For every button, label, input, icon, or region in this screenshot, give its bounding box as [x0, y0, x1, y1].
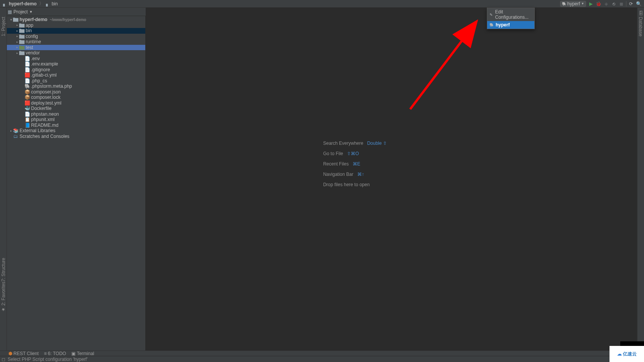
- update-project-button[interactable]: ⟳: [628, 1, 634, 7]
- structure-tool-tab[interactable]: 7: Structure: [1, 258, 6, 282]
- folder-icon: ▖: [46, 1, 49, 7]
- editor-welcome-hints: Search Everywhere Double ⇧ Go to File ⇧⌘…: [323, 141, 387, 187]
- expand-arrow-icon[interactable]: ▸: [9, 129, 13, 133]
- library-icon: 📚: [13, 128, 18, 133]
- folder-icon: [19, 39, 25, 44]
- tree-scratches[interactable]: ▸🗂Scratches and Consoles: [7, 134, 145, 139]
- tree-file-dockerfile[interactable]: ▸🐳Dockerfile: [7, 106, 145, 111]
- terminal-tab[interactable]: ▣Terminal: [71, 351, 94, 356]
- tree-folder-test[interactable]: ▸test: [7, 45, 145, 51]
- expand-arrow-icon[interactable]: ▸: [15, 46, 19, 49]
- tree-root-path: ~/www/hyperf-demo: [50, 18, 86, 22]
- top-toolbar-right: 🐘 hyperf ▼ ▶ 🐞 ◈ ⎋ ◼ ⟳ 🔍: [560, 1, 644, 7]
- separator: [626, 1, 626, 7]
- tool-windows-icon[interactable]: ◻: [2, 357, 5, 362]
- tree-file-gitlab-ci[interactable]: ▸🟥.gitlab-ci.yml: [7, 72, 145, 78]
- right-tool-gutter: 🗄 Database: [637, 8, 644, 351]
- rest-client-tab[interactable]: ⬢REST Client: [8, 351, 39, 356]
- php-icon: 🐘: [490, 23, 494, 27]
- project-tree-panel: ▾ hyperf-demo ~/www/hyperf-demo ▸app ▸bi…: [7, 16, 146, 351]
- hint-drop-files: Drop files here to open: [323, 182, 387, 187]
- tree-file-deploy-test[interactable]: ▸🟥deploy.test.yml: [7, 100, 145, 106]
- stop-button[interactable]: ◼: [618, 1, 624, 7]
- folder-icon: [19, 28, 25, 33]
- expand-arrow-icon[interactable]: ▸: [15, 29, 19, 33]
- search-everywhere-button[interactable]: 🔍: [636, 1, 642, 7]
- chevron-down-icon: ▼: [581, 2, 584, 5]
- chevron-down-icon[interactable]: ▼: [29, 10, 33, 14]
- shortcut-label: ⌘E: [353, 161, 360, 167]
- tree-folder-vendor[interactable]: ▸vendor: [7, 50, 145, 56]
- shortcut-label: ⌘↑: [357, 172, 364, 177]
- folder-icon: [13, 17, 18, 22]
- hint-search-everywhere: Search Everywhere Double ⇧: [323, 141, 387, 146]
- file-icon: 📄: [25, 78, 30, 84]
- tree-file-env-example[interactable]: ▸📄.env.example: [7, 61, 145, 67]
- todo-tab[interactable]: ≡6: TODO: [44, 351, 66, 356]
- editor-area[interactable]: Search Everywhere Double ⇧ Go to File ⇧⌘…: [146, 8, 637, 351]
- tree-file-readme[interactable]: ▸📘README.md: [7, 123, 145, 128]
- tree-file-phpunit[interactable]: ▸📋phpunit.xml: [7, 117, 145, 123]
- lock-file-icon: 📦: [25, 95, 30, 100]
- file-icon: 📄: [25, 67, 30, 72]
- tree-file-env[interactable]: ▸📄.env: [7, 56, 145, 62]
- tree-folder-config[interactable]: ▸config: [7, 34, 145, 39]
- run-config-item-label: hyperf: [496, 22, 510, 28]
- markdown-file-icon: 📘: [25, 123, 30, 128]
- run-config-selected-label: hyperf: [567, 1, 580, 7]
- breadcrumb-child[interactable]: bin: [52, 1, 58, 7]
- coverage-button[interactable]: ◈: [603, 1, 609, 7]
- breadcrumb[interactable]: ▖ hyperf-demo 〉 ▖ bin: [0, 0, 58, 7]
- tree-file-phpcs[interactable]: ▸📄.php_cs: [7, 78, 145, 84]
- expand-arrow-icon[interactable]: ▾: [9, 18, 13, 21]
- hint-recent-files: Recent Files ⌘E: [323, 161, 387, 167]
- status-message: Select PHP Script configuration 'hyperf': [8, 357, 87, 362]
- yaml-file-icon: 🟥: [25, 100, 30, 106]
- breadcrumb-root[interactable]: hyperf-demo: [9, 1, 37, 7]
- tree-file-composer-json[interactable]: ▸📦composer.json: [7, 89, 145, 95]
- folder-icon: [19, 23, 25, 28]
- project-tool-tab[interactable]: 1: Project: [1, 17, 6, 36]
- folder-icon: [19, 51, 25, 55]
- pencil-icon: ✎: [490, 13, 493, 17]
- favorites-tool-tab[interactable]: ★2: Favorites: [1, 282, 6, 312]
- folder-icon: ▖: [3, 1, 7, 7]
- debug-button[interactable]: 🐞: [595, 1, 601, 7]
- test-folder-icon: [19, 45, 25, 50]
- expand-arrow-icon[interactable]: ▸: [15, 23, 19, 27]
- edit-configurations-label: Edit Configurations...: [495, 9, 532, 20]
- project-view-label[interactable]: Project: [13, 9, 28, 15]
- tree-file-phpstan[interactable]: ▸📄phpstan.neon: [7, 111, 145, 117]
- tree-root-label: hyperf-demo: [20, 17, 48, 22]
- tree-folder-bin[interactable]: ▸bin: [7, 28, 145, 34]
- project-tree[interactable]: ▾ hyperf-demo ~/www/hyperf-demo ▸app ▸bi…: [7, 16, 145, 139]
- run-config-item-hyperf[interactable]: 🐘 hyperf: [487, 21, 534, 29]
- database-tool-tab[interactable]: 🗄 Database: [638, 11, 643, 36]
- tree-file-gitignore[interactable]: ▸📄.gitignore: [7, 67, 145, 73]
- file-icon: 📄: [25, 111, 30, 117]
- tree-folder-runtime[interactable]: ▸runtime: [7, 39, 145, 45]
- expand-arrow-icon[interactable]: ▸: [15, 40, 19, 44]
- edit-configurations-item[interactable]: ✎ Edit Configurations...: [487, 8, 534, 21]
- tree-file-phpstorm-meta[interactable]: ▸🐘.phpstorm.meta.php: [7, 84, 145, 89]
- tree-external-libraries[interactable]: ▸📚External Libraries: [7, 128, 145, 134]
- tree-root[interactable]: ▾ hyperf-demo ~/www/hyperf-demo: [7, 17, 145, 23]
- rest-icon: ⬢: [8, 351, 12, 356]
- run-configuration-selector[interactable]: 🐘 hyperf ▼: [560, 1, 586, 7]
- left-tool-gutter: 1: Project 7: Structure ★2: Favorites: [0, 8, 7, 351]
- folder-icon: [19, 34, 25, 39]
- shortcut-label: ⇧⌘O: [347, 151, 359, 156]
- attach-debugger-button[interactable]: ⎋: [611, 1, 617, 7]
- scratch-icon: 🗂: [13, 134, 18, 139]
- top-navigation-bar: ▖ hyperf-demo 〉 ▖ bin 🐘 hyperf ▼ ▶ 🐞 ◈ ⎋…: [0, 0, 644, 8]
- expand-arrow-icon[interactable]: ▸: [15, 34, 19, 38]
- tree-folder-app[interactable]: ▸app: [7, 23, 145, 28]
- expand-arrow-icon[interactable]: ▸: [15, 51, 19, 55]
- shortcut-label: Double ⇧: [367, 141, 387, 146]
- run-button[interactable]: ▶: [588, 1, 594, 7]
- tree-file-composer-lock[interactable]: ▸📦composer.lock: [7, 95, 145, 100]
- php-file-icon: 🐘: [25, 84, 30, 89]
- breadcrumb-separator-icon: 〉: [39, 0, 44, 7]
- todo-icon: ≡: [44, 351, 47, 356]
- project-view-icon: ▦: [8, 9, 12, 15]
